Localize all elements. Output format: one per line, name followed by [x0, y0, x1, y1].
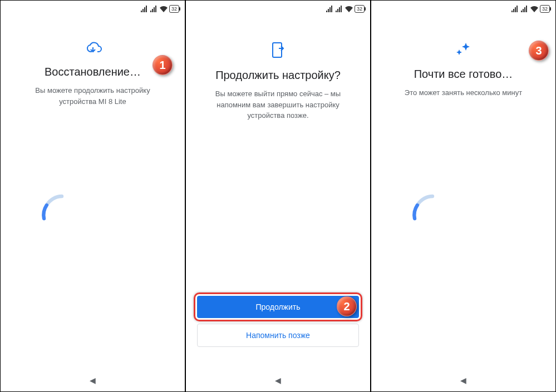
signal-icon-2	[150, 6, 158, 12]
loading-spinner	[40, 192, 84, 239]
battery-icon: 32	[540, 5, 550, 13]
nav-bar: ◀	[371, 369, 555, 391]
screen-title: Восстановление…	[45, 66, 141, 78]
signal-icon	[141, 6, 149, 12]
wifi-icon	[345, 6, 353, 12]
status-bar: 32	[1, 1, 185, 14]
wifi-icon	[530, 6, 538, 12]
wifi-icon	[160, 6, 168, 12]
sparkles-icon	[455, 42, 473, 59]
nav-bar: ◀	[1, 369, 185, 391]
screen-2: 32 Продолжить настройку? Вы можете выйти…	[185, 0, 371, 392]
nav-back-icon[interactable]: ◀	[90, 376, 96, 385]
phone-arrow-icon	[271, 42, 286, 61]
step-badge-1: 1	[152, 55, 173, 75]
battery-icon: 32	[355, 5, 365, 13]
remind-later-button[interactable]: Напомнить позже	[197, 324, 359, 347]
screen-title: Продолжить настройку?	[215, 69, 341, 82]
loading-spinner	[410, 192, 455, 239]
step-badge-3: 3	[529, 41, 549, 61]
screen-title: Почти все готово…	[414, 68, 513, 81]
status-bar: 32	[371, 1, 555, 14]
svg-rect-0	[273, 43, 282, 57]
nav-back-icon[interactable]: ◀	[460, 376, 466, 385]
signal-icon-2	[521, 6, 529, 12]
nav-back-icon[interactable]: ◀	[275, 376, 281, 385]
status-bar: 32	[186, 1, 370, 14]
screen-subtitle: Это может занять несколько минут	[396, 87, 530, 98]
cloud-download-icon	[84, 42, 102, 57]
screen-subtitle: Вы можете выйти прямо сейчас – мы напомн…	[197, 88, 359, 121]
screen-1: 32 Восстановление… Вы можете продолжить …	[0, 0, 185, 392]
signal-icon-2	[336, 6, 343, 12]
screen-3: 32 Почти все готово… Это может занять не…	[371, 0, 556, 392]
nav-bar: ◀	[186, 369, 370, 391]
battery-icon: 32	[169, 5, 179, 13]
signal-icon	[326, 6, 334, 12]
step-badge-2: 2	[337, 296, 357, 316]
signal-icon	[511, 6, 519, 12]
screen-subtitle: Вы можете продолжить настройку устройств…	[12, 85, 174, 107]
